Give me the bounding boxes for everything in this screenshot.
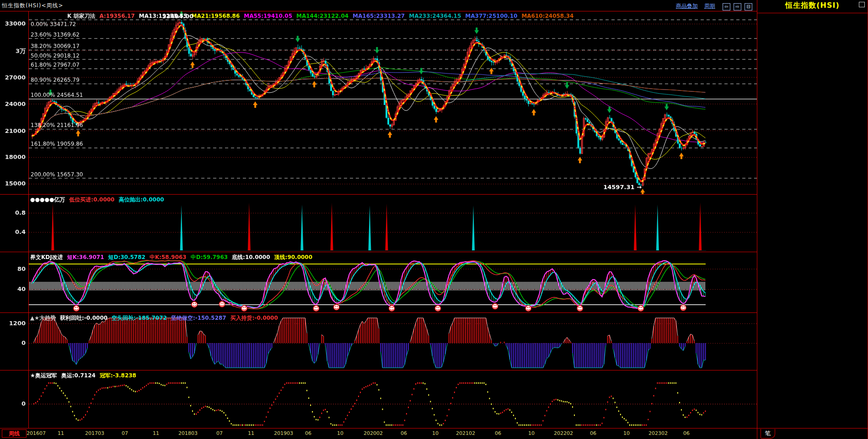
trading-terminal: 恒生指数(HSI)<周线> 商品叠加 周期 ⇦ ⇨ ⊟ 周线 201607112… [0, 0, 868, 439]
window-title: 恒生指数(HSI)<周线> [2, 2, 64, 10]
indicator-value: 短D:30.5782 [108, 254, 145, 260]
indicator-value: ★奥运冠军 [30, 372, 57, 379]
fib-level-label: 50.00% 29018.12 [31, 53, 80, 59]
x-axis-tick: 06 [590, 430, 596, 436]
indicator-value: 高位抛出:0.0000 [118, 196, 164, 203]
y-axis-label: 24000 [0, 100, 26, 107]
y-axis-line [28, 11, 29, 428]
quote-tab-row: 笔 [757, 428, 868, 439]
fib-level-label: 80.90% 26265.79 [31, 77, 80, 83]
panel-separator [0, 312, 757, 313]
indicator-header: 界文KDJ改进短K:36.9071短D:30.5782中K:58.9063中D:… [30, 254, 316, 261]
fib-level-label: 138.20% 21161.96 [31, 122, 83, 128]
menu-overlay-symbol[interactable]: 商品叠加 [676, 2, 698, 10]
fib-level-label: 161.80% 19059.86 [31, 141, 83, 147]
indicator-value: 顶线:90.0000 [274, 254, 312, 260]
title-bar-menu: 商品叠加 周期 ⇦ ⇨ ⊟ [676, 1, 752, 11]
panel-separator [0, 370, 757, 370]
x-axis: 周线 2016071120170307112018030711201903061… [0, 428, 757, 439]
x-axis-tick: 10 [623, 430, 630, 436]
x-axis-tick: 201903 [274, 430, 293, 436]
fib-level-label: 61.80% 27967.07 [31, 62, 80, 68]
x-axis-tick: 07 [216, 430, 223, 436]
x-axis-tick: 06 [305, 430, 311, 436]
indicator-header: ●●●●●亿万低位买进:0.0000高位抛出:0.0000 [30, 196, 168, 204]
y-axis-label: 0.4 [0, 228, 26, 235]
split-window-icon[interactable]: ⊟ [745, 3, 752, 11]
indicator-value: MA21:19568.86 [192, 13, 240, 19]
indicator-value: ▲★大趋势 [30, 315, 56, 321]
indicator-value: MA55:19410.05 [244, 13, 292, 19]
panel-separator [0, 428, 757, 428]
period-button[interactable]: 周线 [2, 429, 27, 438]
x-axis-tick: 11 [58, 430, 64, 436]
x-axis-tick: 06 [401, 430, 407, 436]
quote-panel: 恒生指数(HSI) 卖出------买入------最新19539.46均价19… [757, 0, 868, 439]
panel-separator [0, 252, 757, 252]
indicator-header: ★奥运冠军奥运:0.7124冠军:-3.8238 [30, 372, 140, 380]
indicator-value: MA165:23313.27 [353, 13, 405, 19]
indicator-value: A:19356.17 [99, 13, 134, 19]
y-axis-label: 15000 [0, 180, 26, 187]
y-axis-label: 27000 [0, 74, 26, 81]
x-axis-tick: 202102 [456, 430, 475, 436]
x-axis-tick: 202302 [648, 430, 668, 436]
price-annotation: 33404.00 [162, 13, 193, 20]
indicator-header: K 胡家刀法A:19356.17MA13:19255.55MA21:19568.… [67, 12, 578, 20]
indicator-value: 中K:58.9063 [150, 254, 187, 260]
indicator-value: K 胡家刀法 [67, 13, 95, 19]
fib-level-label: 23.60% 31369.62 [31, 32, 80, 38]
tab-transactions[interactable]: 笔 [761, 429, 775, 439]
fib-level-label: 100.00% 24564.51 [31, 92, 83, 98]
menu-period[interactable]: 周期 [704, 2, 715, 10]
y-axis-label: 1200 [0, 320, 26, 327]
indicator-value: 买入持货:-0.0000 [230, 315, 278, 321]
indicator-value: 短K:36.9071 [67, 254, 104, 260]
indicator-value: MA377:25100.10 [465, 13, 517, 19]
forward-arrow-icon[interactable]: ⇨ [734, 3, 741, 11]
indicator-value: MA610:24058.34 [521, 13, 573, 19]
fib-level-label: 38.20% 30069.17 [31, 43, 80, 49]
indicator-value: 获利回吐:-0.0000 [60, 315, 107, 321]
price-annotation: 14597.31 → [603, 184, 642, 190]
indicator-value: 坚绝做空:-150.5287 [171, 315, 226, 321]
x-axis-tick: 11 [153, 430, 159, 436]
indicator-value: MA144:23122.04 [296, 13, 348, 19]
fib-level-label: 200.00% 15657.30 [31, 171, 83, 178]
indicator-value: ●●●●●亿万 [30, 196, 65, 203]
x-axis-tick: 07 [122, 430, 128, 436]
restore-window-icon[interactable] [859, 2, 865, 7]
indicator-value: 底线:10.0000 [232, 254, 270, 260]
x-axis-tick: 10 [432, 430, 439, 436]
indicator-value: 中D:59.7963 [191, 254, 228, 260]
x-axis-tick: 201803 [178, 430, 198, 436]
x-axis-tick: 201607 [27, 430, 46, 436]
indicator-value: 界文KDJ改进 [30, 254, 63, 260]
panel-separator [0, 11, 757, 11]
x-axis-tick: 11 [248, 430, 254, 436]
y-axis-label: 18000 [0, 153, 26, 160]
main-chart-canvas[interactable] [0, 11, 757, 194]
indicator-value: 低位买进:0.0000 [69, 196, 114, 203]
y-axis-label: 21000 [0, 127, 26, 134]
fib-level-label: 0.00% 33471.72 [31, 21, 76, 27]
indicator-header: ▲★大趋势获利回吐:-0.0000空头回补:-185.7072坚绝做空:-150… [30, 314, 282, 322]
x-axis-tick: 202202 [554, 430, 573, 436]
y-axis-label: 3万 [0, 47, 26, 55]
y-axis-label: 40 [0, 286, 26, 292]
indicator-value: MA233:24364.15 [409, 13, 461, 19]
x-axis-tick: 06 [495, 430, 501, 436]
indicator-value: 空头回补:-185.7072 [112, 315, 167, 321]
indicator-value: 冠军:-3.8238 [100, 372, 136, 379]
y-axis-label: 0.8 [0, 209, 26, 216]
y-axis-label: 80 [0, 265, 26, 272]
quote-separator [757, 13, 868, 13]
back-arrow-icon[interactable]: ⇦ [723, 3, 730, 11]
x-axis-tick: 201703 [85, 430, 104, 436]
y-axis-label: 0 [0, 400, 26, 407]
y-axis-label: 33000 [0, 20, 26, 27]
title-bar: 恒生指数(HSI)<周线> 商品叠加 周期 ⇦ ⇨ ⊟ [0, 0, 757, 11]
y-axis-label: 0 [0, 339, 26, 346]
indicator-value: 奥运:0.7124 [61, 372, 96, 379]
x-axis-tick: 10 [528, 430, 535, 436]
